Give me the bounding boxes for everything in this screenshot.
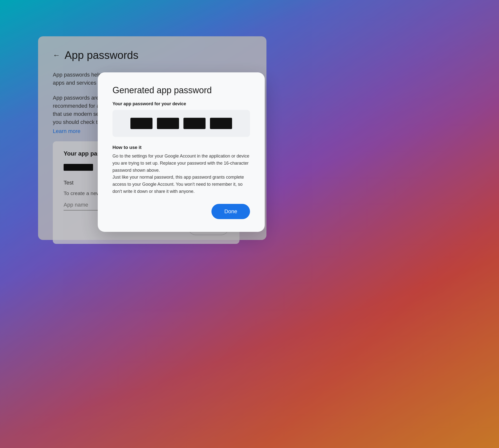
- modal-subtitle: Your app password for your device: [112, 101, 250, 107]
- modal-title: Generated app password: [112, 85, 250, 96]
- password-chunk-3: [183, 118, 206, 129]
- how-to-title: How to use it: [112, 145, 250, 150]
- password-chunk-1: [130, 118, 153, 129]
- password-display-box: [112, 110, 250, 137]
- generated-password-modal: Generated app password Your app password…: [98, 72, 265, 232]
- modal-overlay: Generated app password Your app password…: [0, 0, 499, 448]
- password-chunk-4: [210, 118, 232, 129]
- how-to-text: Go to the settings for your Google Accou…: [112, 153, 250, 195]
- done-button[interactable]: Done: [211, 204, 250, 219]
- password-chunk-2: [157, 118, 179, 129]
